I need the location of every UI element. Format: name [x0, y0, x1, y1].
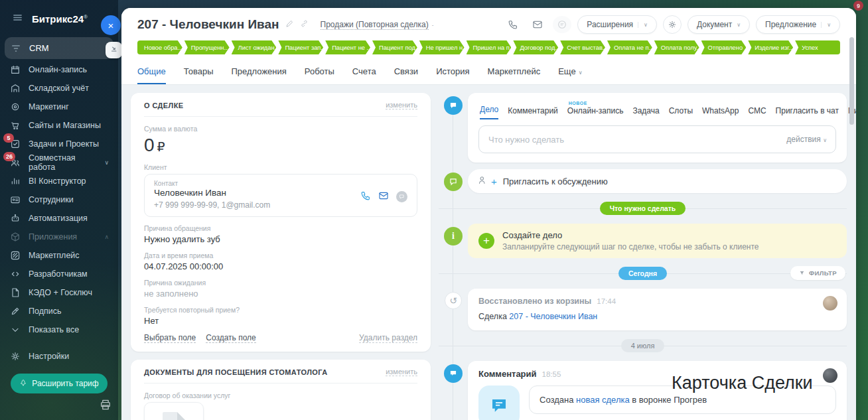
- sidebar-item-sites[interactable]: Сайты и Магазины: [0, 116, 118, 135]
- tab-history[interactable]: История: [436, 66, 469, 84]
- actions-dropdown[interactable]: действия ∨: [786, 135, 827, 144]
- printer-icon[interactable]: [99, 398, 112, 414]
- stage-chip[interactable]: Новое обра...: [137, 40, 182, 54]
- app-logo[interactable]: Битрикс24®: [32, 13, 88, 25]
- stage-chip[interactable]: Не пришел н...: [419, 40, 465, 54]
- feed-tab-slots[interactable]: Слоты: [669, 106, 693, 119]
- stage-chip[interactable]: Пришел на п...: [467, 40, 512, 54]
- sidebar-item-tasks[interactable]: 5 Задачи и Проекты: [0, 135, 118, 153]
- menu-burger-icon[interactable]: [12, 12, 23, 26]
- stage-chip[interactable]: Успех: [795, 40, 840, 54]
- feed-tab-comment[interactable]: Комментарий: [508, 106, 558, 119]
- offer-button[interactable]: Предложение ∨: [756, 15, 840, 34]
- pipeline-selector[interactable]: Продажи (Повторная сделка): [321, 20, 429, 30]
- stage-chip[interactable]: Отправлено ...: [701, 40, 747, 54]
- tab-invoices[interactable]: Счета: [352, 66, 376, 84]
- edit-section-link[interactable]: изменить: [386, 101, 417, 109]
- email-button[interactable]: [528, 16, 547, 33]
- stage-chip[interactable]: Договор под...: [513, 40, 558, 54]
- new-deal-link[interactable]: новая сделка: [576, 395, 630, 405]
- sidebar-item-warehouse[interactable]: Складской учёт: [0, 79, 118, 98]
- feed-tab-activity[interactable]: Дело: [480, 105, 498, 119]
- todo-divider-pill[interactable]: Что нужно сделать: [600, 202, 686, 215]
- tab-products[interactable]: Товары: [184, 66, 214, 84]
- copy-link-icon[interactable]: [300, 19, 309, 31]
- feed-tab-whatsapp[interactable]: WhatsApp: [702, 106, 739, 119]
- tab-marketplace[interactable]: Маркетплейс: [488, 66, 541, 84]
- calendar-icon: [9, 64, 21, 76]
- field-value[interactable]: 04.07.2025 00:00:00: [144, 261, 417, 271]
- sidebar-item-marketplace[interactable]: Маркетплейс: [0, 246, 118, 265]
- field-value[interactable]: Нет: [144, 316, 417, 326]
- delete-section-link[interactable]: Удалить раздел: [359, 333, 417, 343]
- tab-robots[interactable]: Роботы: [305, 66, 334, 84]
- tab-offers[interactable]: Предложения: [231, 66, 286, 84]
- hint-subtitle: Запланируйте следующий шаг по сделке, чт…: [502, 242, 759, 251]
- stage-chip[interactable]: Пропущенн...: [184, 40, 230, 54]
- notification-badge[interactable]: 9: [853, 1, 863, 11]
- deal-amount[interactable]: 0₽: [144, 135, 417, 156]
- sidebar-item-settings[interactable]: Настройки: [0, 347, 118, 366]
- scrollbar-thumb[interactable]: [849, 37, 854, 125]
- sidebar-item-kedo[interactable]: КЭДО + Госключ: [0, 283, 118, 302]
- sidebar-item-employees[interactable]: Сотрудники: [0, 190, 118, 209]
- tab-links[interactable]: Связи: [394, 66, 418, 84]
- avatar[interactable]: [823, 296, 837, 311]
- feed-tab-online-booking[interactable]: НОВОЕОнлайн-запись: [567, 106, 624, 119]
- tab-more[interactable]: Еще∨: [558, 66, 582, 84]
- call-button[interactable]: [504, 16, 522, 33]
- sidebar-item-signature[interactable]: Подпись: [0, 302, 118, 320]
- todo-input[interactable]: [478, 125, 836, 153]
- stage-chip[interactable]: Пациент зап...: [278, 40, 323, 54]
- stage-chip[interactable]: Лист ожидан...: [232, 40, 277, 54]
- extensions-button[interactable]: Расширения ∨: [577, 15, 657, 34]
- select-field-link[interactable]: Выбрать поле: [144, 333, 196, 343]
- sidebar-item-automation[interactable]: Автоматизация: [0, 209, 118, 228]
- avatar[interactable]: [823, 368, 837, 383]
- sidebar-item-marketing[interactable]: Маркетинг: [0, 98, 118, 116]
- chevron-down-icon: ∨: [104, 159, 109, 166]
- sidebar-item-apps[interactable]: Приложения ∧: [0, 228, 118, 246]
- sidebar-item-collaboration[interactable]: 26 Совместная работа ∨: [0, 153, 118, 172]
- sidebar-item-crm[interactable]: CRM: [5, 37, 113, 59]
- contact-card[interactable]: Контакт Человечкин Иван +7 999 999-99-99…: [144, 174, 417, 217]
- filter-button[interactable]: ФИЛЬТР: [790, 266, 845, 280]
- upgrade-plan-button[interactable]: Расширить тариф: [11, 374, 108, 393]
- document-button[interactable]: Документ ∨: [687, 15, 750, 34]
- create-field-link[interactable]: Создать поле: [206, 333, 256, 343]
- feed-tab-invite-chat[interactable]: Пригласить в чат: [776, 106, 839, 119]
- add-activity-button[interactable]: +: [478, 233, 494, 249]
- stage-chip[interactable]: Счет выстав...: [560, 40, 605, 54]
- chat-disabled-button[interactable]: [553, 16, 571, 33]
- edit-title-icon[interactable]: [285, 19, 294, 31]
- field-value-empty[interactable]: не заполнено: [144, 289, 417, 299]
- today-divider-pill[interactable]: Сегодня: [618, 267, 667, 280]
- edit-section-link[interactable]: изменить: [386, 368, 417, 376]
- date-divider-pill[interactable]: 4 июля: [621, 339, 665, 352]
- invite-to-discussion[interactable]: + Пригласить к обсуждению: [468, 169, 847, 193]
- settings-gear-button[interactable]: [663, 15, 682, 34]
- deal-link[interactable]: 207 - Человечкин Иван: [509, 312, 597, 321]
- feed-tab-sms[interactable]: СМС: [748, 106, 766, 119]
- messenger-icon[interactable]: [396, 191, 407, 202]
- sidebar-item-online-booking[interactable]: Онлайн-запись: [0, 60, 118, 79]
- phone-icon[interactable]: [360, 190, 371, 204]
- close-slider-button[interactable]: ×: [101, 15, 121, 35]
- hint-title[interactable]: Создайте дело: [502, 230, 759, 240]
- stage-chip[interactable]: Пациент не ...: [325, 40, 370, 54]
- sidebar-item-bi-constructor[interactable]: BI Конструктор: [0, 172, 118, 190]
- stage-chip[interactable]: Пациент под...: [372, 40, 417, 54]
- tab-general[interactable]: Общие: [137, 66, 166, 84]
- contact-name[interactable]: Человечкин Иван: [154, 188, 270, 198]
- sidebar-item-show-all[interactable]: Показать все: [0, 320, 118, 339]
- stage-chip[interactable]: Изделие изг...: [748, 40, 793, 54]
- date-divider: 4 июля: [439, 337, 847, 354]
- field-value[interactable]: Нужно удалить зуб: [144, 234, 417, 244]
- stage-chip[interactable]: Оплата полу...: [654, 40, 699, 54]
- sidebar-item-developers[interactable]: Разработчикам: [0, 265, 118, 283]
- file-attachment[interactable]: TXT Тест.txt: [144, 402, 204, 420]
- mail-icon[interactable]: [378, 190, 389, 204]
- collapse-slider-button[interactable]: [106, 42, 122, 58]
- stage-chip[interactable]: Оплата не п...: [607, 40, 652, 54]
- feed-tab-task[interactable]: Задача: [632, 106, 659, 119]
